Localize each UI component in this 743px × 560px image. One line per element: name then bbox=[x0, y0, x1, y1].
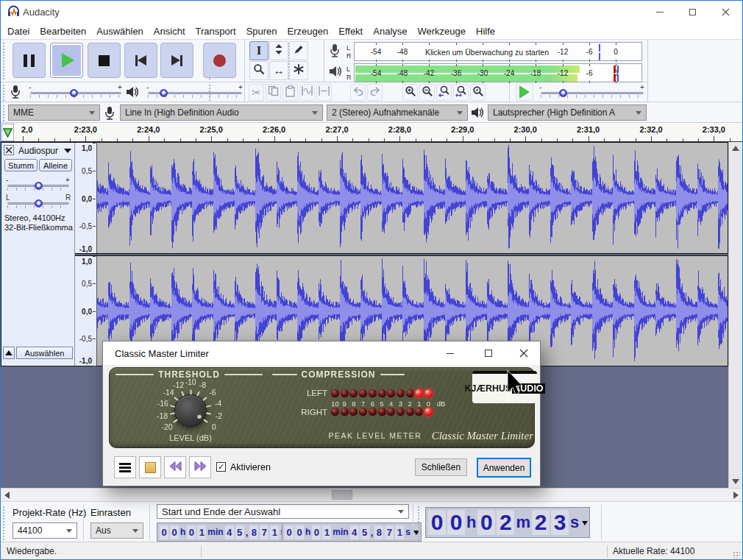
menu-bearbeiten[interactable]: Bearbeiten bbox=[35, 24, 91, 38]
track-close-button[interactable] bbox=[4, 145, 14, 155]
time-digit[interactable]: 8 bbox=[374, 525, 383, 539]
silence-audio-button[interactable] bbox=[316, 84, 332, 101]
draw-tool-button[interactable] bbox=[289, 41, 308, 60]
playback-device-select[interactable]: Lautsprecher (High Definition A bbox=[488, 104, 647, 121]
time-digit[interactable]: 5 bbox=[235, 525, 244, 539]
slider-thumb[interactable] bbox=[35, 199, 43, 208]
dialog-minimize-button[interactable] bbox=[436, 343, 465, 364]
menu-auswählen[interactable]: Auswählen bbox=[91, 24, 149, 38]
redo-button[interactable] bbox=[367, 84, 383, 101]
menu-werkzeuge[interactable]: Werkzeuge bbox=[413, 24, 472, 38]
playback-meter-speaker-icon[interactable] bbox=[329, 65, 344, 81]
cut-button[interactable]: ✂ bbox=[249, 84, 264, 101]
time-digit[interactable]: 1 bbox=[197, 525, 206, 539]
time-digit[interactable]: 0 bbox=[187, 525, 196, 539]
recording-meter[interactable]: -54-48-12-60Klicken um Überwachung zu st… bbox=[354, 42, 642, 61]
menu-spuren[interactable]: Spuren bbox=[241, 24, 282, 38]
time-digit[interactable]: 0 bbox=[477, 510, 495, 535]
waveform-left-channel[interactable] bbox=[97, 143, 728, 253]
zoom-selection-button[interactable] bbox=[436, 84, 452, 101]
play-at-speed-button[interactable] bbox=[516, 83, 533, 101]
pinned-play-head-button[interactable] bbox=[1, 124, 14, 141]
pause-button[interactable] bbox=[13, 43, 46, 78]
skip-to-end-button[interactable] bbox=[160, 43, 193, 78]
time-digit[interactable]: 4 bbox=[350, 525, 359, 539]
project-rate-select[interactable]: 44100 bbox=[13, 522, 77, 539]
mute-button[interactable]: Stumm bbox=[4, 159, 38, 171]
audio-track[interactable]: Audiospur Stumm Alleine Stereo, 44100Hz … bbox=[1, 142, 728, 366]
dialog-close-button[interactable] bbox=[509, 343, 538, 364]
selection-end-field[interactable]: 00h01min45,871s bbox=[282, 522, 422, 542]
time-digit[interactable]: 7 bbox=[385, 525, 394, 539]
undo-button[interactable] bbox=[350, 84, 366, 101]
selection-toolbar-grabber[interactable] bbox=[1, 505, 6, 540]
resize-grip[interactable] bbox=[733, 551, 740, 559]
playback-volume-slider[interactable]: -+ bbox=[146, 85, 243, 100]
dialog-maximize-button[interactable] bbox=[474, 343, 503, 364]
time-digit[interactable]: 0 bbox=[285, 525, 294, 539]
skip-forward-button[interactable] bbox=[189, 456, 211, 478]
menu-hilfe[interactable]: Hilfe bbox=[471, 24, 500, 38]
minimize-button[interactable] bbox=[643, 1, 676, 23]
time-digit[interactable]: 0 bbox=[312, 525, 321, 539]
time-digit[interactable]: 0 bbox=[170, 525, 179, 539]
track-gain-slider[interactable]: -+ bbox=[6, 178, 71, 193]
time-digit[interactable]: 0 bbox=[160, 525, 168, 539]
scrollbar-thumb[interactable] bbox=[332, 490, 352, 500]
audio-host-select[interactable]: MME bbox=[8, 104, 100, 121]
maximize-button[interactable] bbox=[676, 1, 709, 23]
time-digit[interactable]: 0 bbox=[428, 510, 446, 535]
paste-button[interactable] bbox=[282, 84, 298, 101]
time-digit[interactable]: 5 bbox=[360, 525, 369, 539]
horizontal-scrollbar[interactable] bbox=[1, 488, 742, 501]
recording-device-select[interactable]: Line In (High Definition Audio bbox=[120, 104, 323, 121]
skip-backward-button[interactable] bbox=[164, 456, 186, 478]
envelope-tool-button[interactable] bbox=[269, 41, 288, 60]
time-toolbar-grabber[interactable] bbox=[416, 505, 421, 540]
limiter-dialog-title-bar[interactable]: Classic Master Limiter bbox=[103, 341, 540, 365]
recording-meter-mic-icon[interactable] bbox=[329, 43, 341, 61]
close-effect-button[interactable]: Schließen bbox=[415, 458, 467, 476]
solo-button[interactable]: Alleine bbox=[39, 159, 72, 171]
menu-transport[interactable]: Transport bbox=[191, 24, 241, 38]
track-pan-slider[interactable]: LR bbox=[6, 196, 71, 210]
track-name[interactable]: Audiospur bbox=[18, 146, 58, 156]
time-shift-tool-button[interactable]: ↔ bbox=[269, 61, 288, 80]
zoom-in-button[interactable] bbox=[402, 84, 418, 101]
skip-to-start-button[interactable] bbox=[124, 43, 157, 78]
scroll-left-icon[interactable] bbox=[4, 492, 10, 499]
device-toolbar-grabber[interactable] bbox=[1, 104, 6, 121]
track-menu-icon[interactable] bbox=[64, 149, 71, 157]
selection-range-mode-select[interactable]: Start und Ende der Auswahl bbox=[157, 504, 409, 519]
stop-preview-button[interactable] bbox=[139, 456, 161, 478]
trim-audio-button[interactable] bbox=[299, 84, 315, 101]
close-button[interactable] bbox=[709, 1, 742, 23]
zoom-out-button[interactable] bbox=[419, 84, 435, 101]
zoom-tool-button[interactable] bbox=[249, 61, 269, 80]
vertical-ruler-right-channel[interactable]: 1,00,50,0-0,5-1,0 bbox=[75, 256, 97, 366]
enable-checkbox-label[interactable]: Aktivieren bbox=[230, 462, 271, 472]
scroll-down-icon[interactable] bbox=[732, 479, 739, 484]
snap-select[interactable]: Aus bbox=[90, 522, 143, 539]
track-collapse-button[interactable] bbox=[3, 347, 15, 359]
time-digit[interactable]: 1 bbox=[322, 525, 331, 539]
menu-erzeugen[interactable]: Erzeugen bbox=[282, 24, 334, 38]
scroll-up-icon[interactable] bbox=[732, 146, 739, 151]
stop-button[interactable] bbox=[88, 43, 121, 78]
time-digit[interactable]: 2 bbox=[497, 510, 514, 535]
zoom-fit-button[interactable] bbox=[453, 84, 469, 101]
menu-effekt[interactable]: Effekt bbox=[333, 24, 368, 38]
playback-meter[interactable]: -54-48-42-36-30-24-18-12-60 bbox=[354, 63, 642, 82]
slider-thumb[interactable] bbox=[559, 89, 567, 97]
time-field-caret-icon[interactable] bbox=[582, 521, 588, 528]
timeline-ruler[interactable]: 2,02:23,02:24,02:25,02:26,02:27,02:28,02… bbox=[1, 123, 742, 142]
time-digit[interactable]: 3 bbox=[551, 510, 569, 535]
zoom-toggle-button[interactable] bbox=[470, 84, 486, 101]
menu-ansicht[interactable]: Ansicht bbox=[149, 24, 191, 38]
time-digit[interactable]: 2 bbox=[532, 510, 550, 535]
copy-button[interactable] bbox=[266, 84, 281, 101]
time-digit[interactable]: 4 bbox=[225, 525, 234, 539]
playback-speed-slider[interactable]: -+ bbox=[539, 85, 645, 100]
menu-analyse[interactable]: Analyse bbox=[368, 24, 412, 38]
manage-menu-button[interactable] bbox=[114, 456, 136, 478]
